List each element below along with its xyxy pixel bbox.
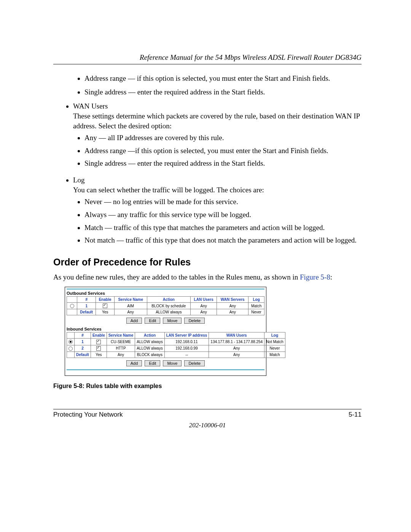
- radio-cell[interactable]: [67, 339, 75, 345]
- edit-button[interactable]: Edit: [145, 360, 160, 366]
- enable-cell[interactable]: [91, 339, 107, 345]
- page-footer: Protecting Your Network 5-11 202-10006-0…: [53, 409, 362, 429]
- cell: HTTP: [107, 345, 135, 351]
- cell: ALLOW always: [135, 339, 164, 345]
- th-blank: [67, 296, 77, 302]
- page-number: 5-11: [349, 411, 362, 419]
- cell: CU-SEEME: [107, 339, 135, 345]
- th: #: [75, 332, 91, 339]
- figure-divider: [67, 289, 264, 289]
- document-number: 202-10006-01: [53, 422, 362, 429]
- log-sublist: Never — no log entries will be made for …: [73, 197, 362, 245]
- cell: Default: [77, 309, 96, 315]
- main-list: WAN Users These settings determine which…: [53, 101, 362, 245]
- para-text-post: :: [330, 273, 332, 281]
- figure-screenshot: Outbound Services # Enable Service Name …: [65, 287, 266, 376]
- cell: Never: [264, 345, 285, 351]
- radio-icon[interactable]: [68, 340, 73, 344]
- enable-cell[interactable]: [96, 302, 114, 309]
- outbound-table: # Enable Service Name Action LAN Users W…: [67, 296, 264, 315]
- cell: 2: [75, 345, 91, 351]
- list-item: Always — any traffic for this service ty…: [84, 210, 362, 220]
- th: Service Name: [114, 296, 147, 302]
- table-header-row: # Enable Service Name Action LAN Users W…: [67, 296, 264, 302]
- cell: 1: [77, 302, 96, 309]
- radio-cell: [67, 309, 77, 315]
- cell: Any: [190, 309, 217, 315]
- figure-caption: Figure 5-8: Rules table with examples: [53, 383, 362, 390]
- th: Service Name: [107, 332, 135, 339]
- inbound-title: Inbound Services: [67, 327, 264, 331]
- list-item: Not match — traffic of this type that do…: [84, 235, 362, 245]
- enable-cell[interactable]: [91, 345, 107, 351]
- table-header-row: # Enable Service Name Action LAN Server …: [67, 332, 285, 339]
- outbound-buttons: Add Edit Move Delete: [67, 318, 264, 324]
- figure-reference-link[interactable]: Figure 5-8: [300, 273, 330, 281]
- table-row: Default Yes Any ALLOW always Any Any Nev…: [67, 309, 264, 315]
- list-item: Never — no log entries will be made for …: [84, 197, 362, 207]
- footer-left: Protecting Your Network: [53, 411, 123, 419]
- add-button[interactable]: Add: [126, 318, 142, 324]
- para-text: As you define new rules, they are added …: [53, 273, 300, 281]
- add-button[interactable]: Add: [126, 360, 142, 366]
- wan-users-title: WAN Users: [73, 102, 108, 110]
- radio-icon[interactable]: [70, 304, 74, 308]
- th: Enable: [91, 332, 107, 339]
- wan-users-sublist: Any — all IP addresses are covered by th…: [73, 133, 362, 168]
- running-header: Reference Manual for the 54 Mbps Wireles…: [53, 53, 362, 62]
- header-rule: [53, 64, 362, 64]
- th: WAN Users: [209, 332, 264, 339]
- move-button[interactable]: Move: [163, 318, 182, 324]
- table-row: 2 HTTP ALLOW always 192.168.0.99 Any Nev…: [67, 345, 285, 351]
- edit-button[interactable]: Edit: [145, 318, 160, 324]
- cell: BLOCK always: [135, 352, 164, 358]
- radio-icon[interactable]: [68, 347, 73, 351]
- cell: Yes: [91, 352, 107, 358]
- move-button[interactable]: Move: [163, 360, 182, 366]
- wan-users-item: WAN Users These settings determine which…: [73, 101, 362, 168]
- cell: ALLOW always: [147, 309, 190, 315]
- section-paragraph: As you define new rules, they are added …: [53, 273, 362, 281]
- table-row: 1 AIM BLOCK by schedule Any Any Match: [67, 302, 264, 309]
- th: Action: [135, 332, 164, 339]
- th: #: [77, 296, 96, 302]
- cell: BLOCK by schedule: [147, 302, 190, 309]
- th: LAN Users: [190, 296, 217, 302]
- th: Log: [249, 296, 264, 302]
- log-desc: You can select whether the traffic will …: [73, 186, 264, 194]
- cell: Never: [249, 309, 264, 315]
- cell: Any: [209, 352, 264, 358]
- cell: --: [164, 352, 209, 358]
- cell: Any: [209, 345, 264, 351]
- table-row: 1 CU-SEEME ALLOW always 192.168.0.11 134…: [67, 339, 285, 345]
- radio-cell: [67, 352, 75, 358]
- radio-cell[interactable]: [67, 302, 77, 309]
- delete-button[interactable]: Delete: [184, 360, 205, 366]
- cell: 1: [75, 339, 91, 345]
- checkbox-icon[interactable]: [103, 304, 107, 308]
- th: Log: [264, 332, 285, 339]
- th: Action: [147, 296, 190, 302]
- cell: 192.168.0.11: [164, 339, 209, 345]
- cell: Match: [264, 352, 285, 358]
- list-item: Address range — if this option is select…: [84, 73, 362, 83]
- cell: 192.168.0.99: [164, 345, 209, 351]
- radio-cell[interactable]: [67, 345, 75, 351]
- delete-button[interactable]: Delete: [184, 318, 205, 324]
- cell: 134.177.88.1 - 134.177.88.254: [209, 339, 264, 345]
- list-item: Match — traffic of this type that matche…: [84, 223, 362, 233]
- cell: Any: [190, 302, 217, 309]
- checkbox-icon[interactable]: [96, 346, 101, 351]
- cell: AIM: [114, 302, 147, 309]
- top-list: Address range — if this option is select…: [53, 73, 362, 97]
- th: Enable: [96, 296, 114, 302]
- log-item: Log You can select whether the traffic w…: [73, 175, 362, 245]
- th: WAN Servers: [217, 296, 249, 302]
- list-item: Single address — enter the required addr…: [84, 158, 362, 168]
- checkbox-icon[interactable]: [96, 340, 101, 344]
- list-item: Any — all IP addresses are covered by th…: [84, 133, 362, 143]
- cell: Yes: [96, 309, 114, 315]
- inbound-table: # Enable Service Name Action LAN Server …: [67, 332, 285, 358]
- th: LAN Server IP address: [164, 332, 209, 339]
- outbound-title: Outbound Services: [67, 291, 264, 296]
